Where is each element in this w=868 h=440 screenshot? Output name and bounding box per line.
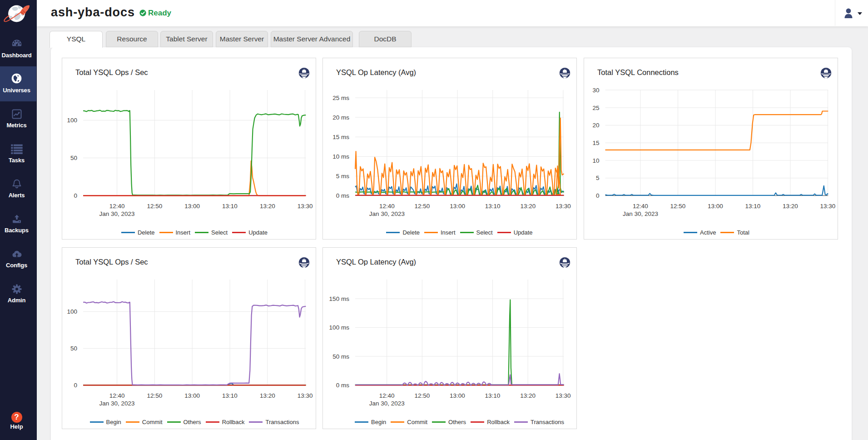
svg-text:0 ms: 0 ms (336, 192, 350, 199)
svg-text:13:00: 13:00 (450, 392, 465, 399)
svg-text:Jan 30, 2023: Jan 30, 2023 (99, 400, 135, 407)
svg-text:13:30: 13:30 (556, 203, 571, 210)
svg-text:Jan 30, 2023: Jan 30, 2023 (369, 210, 405, 217)
svg-text:15 ms: 15 ms (332, 134, 349, 140)
svg-text:0 ms: 0 ms (336, 382, 350, 389)
svg-text:YSQL Op Latency (Avg): YSQL Op Latency (Avg) (336, 68, 416, 76)
svg-text:0: 0 (74, 192, 78, 199)
svg-text:12:40: 12:40 (109, 392, 125, 399)
svg-text:5: 5 (596, 175, 600, 181)
svg-text:13:10: 13:10 (745, 203, 761, 210)
svg-text:13:10: 13:10 (222, 392, 238, 399)
svg-text:Total YSQL Ops / Sec: Total YSQL Ops / Sec (75, 258, 148, 266)
svg-text:13:00: 13:00 (450, 203, 465, 210)
svg-text:25: 25 (592, 105, 599, 111)
svg-text:13:00: 13:00 (708, 203, 723, 210)
svg-text:13:10: 13:10 (485, 392, 501, 399)
svg-text:10 ms: 10 ms (332, 153, 349, 160)
svg-text:0: 0 (596, 192, 600, 199)
svg-text:0: 0 (74, 382, 78, 389)
svg-text:13:10: 13:10 (485, 203, 501, 210)
svg-text:13:10: 13:10 (222, 203, 238, 210)
svg-text:100: 100 (67, 308, 78, 315)
svg-text:13:20: 13:20 (260, 203, 275, 210)
svg-text:12:50: 12:50 (147, 203, 163, 210)
svg-text:12:50: 12:50 (415, 203, 430, 210)
svg-text:50: 50 (70, 155, 77, 161)
svg-text:25 ms: 25 ms (332, 95, 349, 101)
svg-text:12:40: 12:40 (633, 203, 648, 210)
svg-text:20: 20 (592, 122, 599, 129)
svg-text:13:20: 13:20 (783, 203, 798, 210)
svg-text:50: 50 (70, 345, 77, 352)
svg-text:13:30: 13:30 (298, 203, 313, 210)
svg-text:13:30: 13:30 (298, 392, 313, 399)
svg-text:Jan 30, 2023: Jan 30, 2023 (623, 210, 658, 217)
svg-text:13:20: 13:20 (520, 392, 536, 399)
svg-text:YSQL Op Latency (Avg): YSQL Op Latency (Avg) (336, 258, 416, 266)
svg-text:150 ms: 150 ms (329, 295, 350, 302)
svg-text:5 ms: 5 ms (336, 173, 350, 180)
svg-text:12:50: 12:50 (414, 392, 430, 399)
svg-text:12:40: 12:40 (379, 203, 395, 210)
svg-text:100: 100 (67, 117, 78, 124)
svg-text:13:20: 13:20 (260, 392, 275, 399)
svg-text:50 ms: 50 ms (332, 353, 349, 360)
svg-text:30: 30 (592, 87, 599, 94)
svg-text:13:20: 13:20 (520, 203, 536, 210)
svg-text:20 ms: 20 ms (332, 114, 349, 121)
svg-text:10: 10 (592, 157, 599, 164)
svg-text:13:00: 13:00 (184, 203, 200, 210)
svg-text:Total YSQL Ops / Sec: Total YSQL Ops / Sec (75, 68, 148, 76)
svg-text:13:30: 13:30 (820, 203, 836, 210)
svg-text:13:30: 13:30 (556, 392, 571, 399)
svg-text:13:00: 13:00 (184, 392, 200, 399)
svg-text:15: 15 (592, 140, 599, 146)
svg-text:12:40: 12:40 (109, 203, 125, 210)
svg-text:12:50: 12:50 (147, 392, 163, 399)
svg-text:Jan 30, 2023: Jan 30, 2023 (99, 210, 135, 217)
svg-text:12:50: 12:50 (670, 203, 686, 210)
svg-text:Total YSQL Connections: Total YSQL Connections (597, 68, 679, 76)
svg-text:Jan 30, 2023: Jan 30, 2023 (369, 400, 405, 407)
svg-text:100 ms: 100 ms (329, 324, 350, 331)
svg-text:12:40: 12:40 (379, 392, 395, 399)
